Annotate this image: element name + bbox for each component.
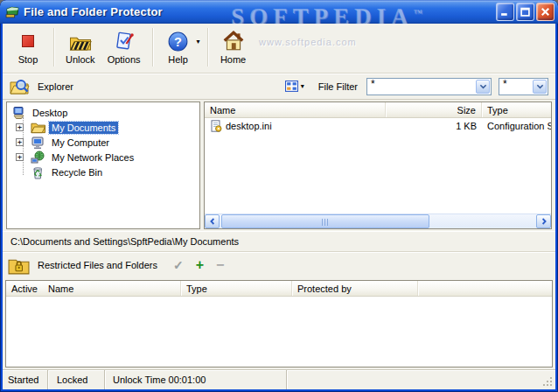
resize-grip[interactable] <box>542 376 554 388</box>
app-icon <box>5 4 20 19</box>
file-name: desktop.ini <box>226 121 272 131</box>
toolbar-separator <box>152 28 153 66</box>
options-button[interactable]: Options <box>101 26 147 68</box>
scroll-right-button[interactable] <box>536 214 551 228</box>
tree-item-my-documents[interactable]: + My Documents <box>7 120 199 135</box>
chevron-down-icon <box>479 84 487 89</box>
status-empty-panel <box>287 370 555 389</box>
home-button[interactable]: Home <box>213 26 254 68</box>
file-size: 1 KB <box>386 121 482 131</box>
column-header-name[interactable]: Name <box>43 281 181 296</box>
file-type: Configuration Settings <box>482 121 551 131</box>
titlebar[interactable]: File and Folder Protector <box>0 0 558 24</box>
my-computer-icon <box>31 136 45 150</box>
main-toolbar: Stop Unlock <box>3 24 555 74</box>
unlock-icon <box>68 30 93 52</box>
minimize-icon <box>500 7 510 17</box>
locked-folder-icon <box>8 256 30 275</box>
folder-tree-panel: Desktop + My Documents + <box>6 102 200 229</box>
column-header-type[interactable]: Type <box>482 102 551 117</box>
column-header-size[interactable]: Size <box>386 102 482 117</box>
folder-tree: Desktop + My Documents + <box>7 105 199 179</box>
tree-expand-button[interactable]: + <box>16 123 24 131</box>
status-bar: Started Locked Unlock Time 00:01:00 <box>3 369 555 389</box>
file-filter-label: File Filter <box>318 81 358 92</box>
restricted-actions: ✓ + − <box>173 259 224 271</box>
combo-dropdown-button[interactable] <box>476 80 490 94</box>
ini-file-icon <box>210 120 222 132</box>
app-window: SOFTPEDIA™ www.softpedia.com File and Fo… <box>0 0 558 392</box>
restricted-table-header: Active Name Type Protected by <box>6 281 552 297</box>
my-documents-icon <box>31 121 45 135</box>
explorer-bar-title: Explorer <box>38 81 73 92</box>
window-controls <box>496 3 555 21</box>
help-button[interactable]: ? Help <box>158 26 199 68</box>
file-filter-combo[interactable]: * <box>366 78 492 95</box>
extension-filter-combo[interactable]: * <box>499 78 548 95</box>
status-started: Started <box>3 370 48 389</box>
toolbar-separator <box>53 28 54 66</box>
options-icon <box>114 30 135 52</box>
stop-button[interactable]: Stop <box>8 26 48 68</box>
recycle-bin-icon <box>31 165 45 179</box>
tree-expand-button[interactable]: + <box>16 138 24 146</box>
restricted-table: Active Name Type Protected by <box>5 280 553 368</box>
apply-check-icon[interactable]: ✓ <box>173 259 184 271</box>
remove-item-icon[interactable]: − <box>216 259 224 271</box>
tree-expand-button[interactable]: + <box>16 153 24 161</box>
minimize-button[interactable] <box>496 3 514 21</box>
chevron-down-icon: ▾ <box>301 82 304 90</box>
svg-text:?: ? <box>174 34 182 48</box>
file-list-header: Name Size Type <box>205 102 551 118</box>
restricted-bar: Restricted Files and Folders ✓ + − <box>3 252 555 278</box>
restricted-title: Restricted Files and Folders <box>38 260 157 270</box>
status-locked: Locked <box>48 370 105 389</box>
chevron-down-icon: ▾ <box>197 38 200 46</box>
help-icon: ? <box>167 30 189 52</box>
column-header-active[interactable]: Active <box>6 281 43 296</box>
network-places-icon <box>31 150 45 164</box>
restricted-table-area: Active Name Type Protected by <box>3 278 555 369</box>
views-button[interactable]: ▾ <box>282 78 308 94</box>
chevron-right-icon <box>541 218 548 225</box>
close-icon <box>541 7 550 17</box>
current-path-bar: C:\Documents and Settings\SpftPedia\My D… <box>3 231 555 252</box>
file-list-panel: Name Size Type <box>204 102 552 229</box>
tree-item-desktop[interactable]: Desktop <box>7 105 199 120</box>
views-grid-icon <box>285 80 298 92</box>
file-row-desktop-ini[interactable]: desktop.ini 1 KB Configuration Settings <box>205 118 551 133</box>
status-unlock-time: Unlock Time 00:01:00 <box>105 370 287 389</box>
close-button[interactable] <box>536 3 555 21</box>
home-icon <box>222 30 245 52</box>
help-dropdown-button[interactable]: ▾ <box>197 38 200 46</box>
main-area: Desktop + My Documents + <box>3 100 555 231</box>
horizontal-scrollbar[interactable] <box>205 214 551 228</box>
window-body: Stop Unlock <box>3 24 555 389</box>
current-path: C:\Documents and Settings\SpftPedia\My D… <box>10 236 239 247</box>
chevron-left-icon <box>209 218 216 225</box>
scroll-left-button[interactable] <box>205 214 220 228</box>
combo-dropdown-button[interactable] <box>533 80 547 94</box>
unlock-button[interactable]: Unlock <box>59 26 101 68</box>
column-header-filler <box>418 281 552 296</box>
maximize-button[interactable] <box>516 3 534 21</box>
tree-item-recycle-bin[interactable]: Recycle Bin <box>7 164 199 179</box>
tree-item-my-computer[interactable]: + My Computer <box>7 135 199 150</box>
column-header-protected-by[interactable]: Protected by <box>292 281 418 296</box>
window-title: File and Folder Protector <box>24 5 163 18</box>
filter-group: ▾ File Filter * * <box>282 78 548 95</box>
explorer-folder-search-icon <box>8 77 31 96</box>
tree-item-my-network-places[interactable]: + My Network Places <box>7 150 199 164</box>
maximize-icon <box>520 7 530 17</box>
column-header-name[interactable]: Name <box>205 102 386 117</box>
column-header-type[interactable]: Type <box>181 281 292 296</box>
chevron-down-icon <box>536 84 544 89</box>
stop-icon <box>22 30 34 52</box>
explorer-bar: Explorer ▾ File Filter * <box>3 74 555 100</box>
add-item-icon[interactable]: + <box>196 259 204 271</box>
scrollbar-thumb[interactable] <box>221 214 429 228</box>
toolbar-separator <box>207 28 208 66</box>
desktop-icon <box>11 106 26 120</box>
